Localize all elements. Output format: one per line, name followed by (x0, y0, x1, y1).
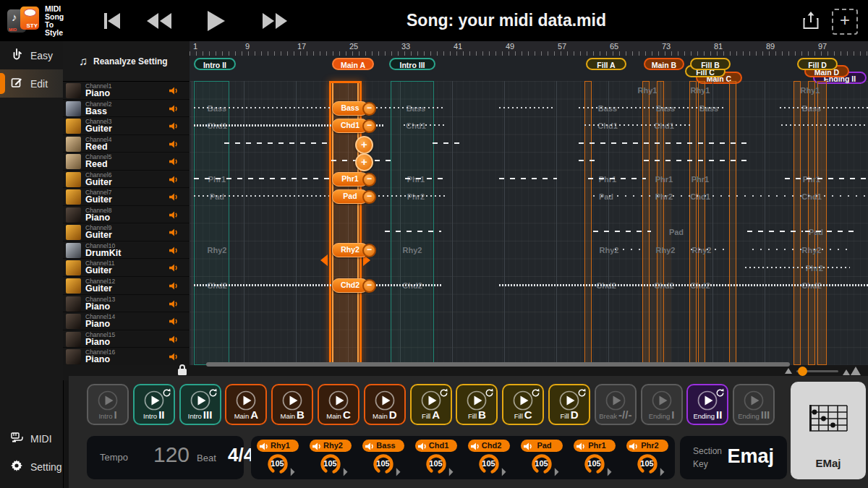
channel-row[interactable]: Channel8Piano (63, 206, 190, 224)
speaker-icon[interactable] (169, 139, 179, 152)
tab-easy[interactable]: Easy (0, 41, 63, 69)
selected-part-pill[interactable]: Rhy2− (332, 243, 368, 257)
remove-part-icon[interactable]: − (362, 173, 376, 187)
add-part-button[interactable]: + (355, 153, 373, 171)
zoom-slider-knob[interactable] (798, 367, 807, 376)
zoom-out-icon[interactable] (785, 368, 792, 374)
remove-part-icon[interactable]: − (362, 102, 376, 116)
horizontal-scrollbar[interactable] (206, 362, 790, 367)
channel-row[interactable]: Channel2Bass (63, 100, 190, 118)
speaker-icon[interactable] (169, 245, 179, 258)
section-button-main-a[interactable]: MainA (225, 384, 267, 425)
speaker-icon[interactable] (169, 103, 179, 116)
chord-card[interactable]: EMaj (791, 382, 866, 479)
part-mute-pill[interactable]: Rhy1 (257, 440, 299, 452)
section-key-value[interactable]: Emaj (727, 445, 774, 468)
channel-row[interactable]: Channel4Reed (63, 135, 190, 153)
channel-row[interactable]: Channel7Guiter (63, 188, 190, 206)
channel-row[interactable]: Channel15Piano (63, 330, 190, 348)
zoom-in-icon[interactable] (843, 367, 861, 375)
part-mute-pill[interactable]: Phr1 (574, 440, 616, 452)
section-button-ending-ii[interactable]: EndingII (686, 384, 728, 425)
bar-ruler[interactable]: 191725334149576573818997 (190, 41, 868, 56)
section-button-main-c[interactable]: MainC (318, 384, 359, 425)
section-button-break--//-[interactable]: Break-//- (595, 384, 637, 425)
add-button[interactable]: + (832, 9, 858, 35)
part-volume-knob[interactable]: 105 (529, 453, 554, 475)
speaker-icon[interactable] (169, 210, 179, 223)
reanalyze-setting-button[interactable]: ♫ Reanalyze Setting (63, 41, 190, 82)
channel-row[interactable]: Channel1Piano (63, 82, 190, 100)
track-grid[interactable]: Rhy1Rhy1Rhy1BassBassBassBassBassBassChd1… (190, 81, 868, 365)
section-marker-intro-iii[interactable]: Intro III (389, 58, 435, 70)
part-volume-knob[interactable]: 105 (635, 453, 660, 475)
selected-part-pill[interactable]: Phr1− (332, 172, 368, 187)
speaker-icon[interactable] (169, 281, 179, 294)
section-button-main-d[interactable]: MainD (364, 384, 406, 425)
share-icon[interactable] (801, 11, 820, 34)
part-volume-knob[interactable]: 105 (371, 453, 396, 475)
part-volume-knob[interactable]: 105 (318, 453, 343, 475)
timeline[interactable]: 191725334149576573818997 Ending IIMain C… (190, 41, 868, 365)
part-volume-knob[interactable]: 105 (265, 453, 290, 475)
section-button-fill-d[interactable]: FillD (548, 384, 590, 425)
selected-part-pill[interactable]: Bass− (332, 101, 368, 116)
section-marker-main-b[interactable]: Main B (644, 58, 684, 70)
section-button-fill-c[interactable]: FillC (502, 384, 544, 425)
add-part-button[interactable]: + (355, 136, 373, 154)
speaker-icon[interactable] (169, 351, 179, 364)
section-button-ending-i[interactable]: EndingI (641, 384, 683, 425)
part-mute-pill[interactable]: Rhy2 (310, 440, 352, 452)
remove-part-icon[interactable]: − (362, 119, 376, 133)
channel-row[interactable]: Channel14Piano (63, 312, 190, 330)
section-button-fill-b[interactable]: FillB (456, 384, 498, 425)
speaker-icon[interactable] (169, 262, 179, 275)
section-button-fill-a[interactable]: FillA (410, 384, 452, 425)
channel-row[interactable]: Channel6Guiter (63, 171, 190, 189)
speaker-icon[interactable] (169, 192, 179, 205)
section-marker-fill-a[interactable]: Fill A (586, 58, 626, 70)
speaker-icon[interactable] (169, 227, 179, 240)
speaker-icon[interactable] (169, 316, 179, 329)
section-button-intro-ii[interactable]: IntroII (133, 384, 175, 425)
section-marker-fill-b[interactable]: Fill B (690, 58, 731, 70)
section-button-intro-iii[interactable]: IntroIII (179, 384, 221, 425)
channel-row[interactable]: Channel16Piano (63, 348, 190, 366)
tab-edit[interactable]: Edit (0, 69, 63, 98)
selected-part-pill[interactable]: Chd1− (332, 119, 368, 133)
speaker-icon[interactable] (169, 174, 179, 187)
channel-row[interactable]: Channel11Guiter (63, 259, 190, 277)
part-mute-pill[interactable]: Chd1 (415, 440, 457, 452)
speaker-icon[interactable] (169, 85, 179, 98)
selection-left-handle[interactable] (320, 254, 328, 266)
skip-to-start-button[interactable] (101, 11, 123, 31)
channel-row[interactable]: Channel3Guiter (63, 117, 190, 135)
zoom-slider[interactable] (796, 370, 838, 372)
remove-part-icon[interactable]: − (362, 244, 376, 257)
part-volume-knob[interactable]: 105 (582, 453, 607, 475)
speaker-icon[interactable] (169, 156, 179, 169)
play-button[interactable] (205, 9, 226, 33)
section-marker-fill-d[interactable]: Fill D (797, 58, 838, 70)
speaker-icon[interactable] (169, 334, 179, 347)
part-mute-pill[interactable]: Phr2 (626, 440, 668, 452)
part-mute-pill[interactable]: Pad (521, 440, 563, 452)
section-marker-main-a[interactable]: Main A (332, 58, 374, 70)
part-volume-knob[interactable]: 105 (424, 453, 448, 475)
selected-part-pill[interactable]: Chd2− (332, 278, 368, 293)
remove-part-icon[interactable]: − (362, 279, 376, 293)
speaker-icon[interactable] (169, 299, 179, 312)
channel-row[interactable]: Channel5Reed (63, 153, 190, 171)
part-volume-knob[interactable]: 105 (477, 453, 501, 475)
tab-midi[interactable]: MIDI (0, 424, 63, 453)
selected-part-pill[interactable]: Pad− (332, 189, 368, 204)
rewind-button[interactable] (145, 11, 174, 31)
part-mute-pill[interactable]: Bass (362, 440, 404, 452)
tempo-value[interactable]: 120 (153, 442, 190, 467)
section-button-main-b[interactable]: MainB (271, 384, 313, 425)
channel-row[interactable]: Channel13Piano (63, 295, 190, 313)
channel-row[interactable]: Channel10DrumKit (63, 241, 190, 260)
section-button-ending-iii[interactable]: EndingIII (733, 384, 775, 425)
section-marker-intro-ii[interactable]: Intro II (194, 58, 236, 70)
fast-forward-button[interactable] (260, 11, 289, 31)
